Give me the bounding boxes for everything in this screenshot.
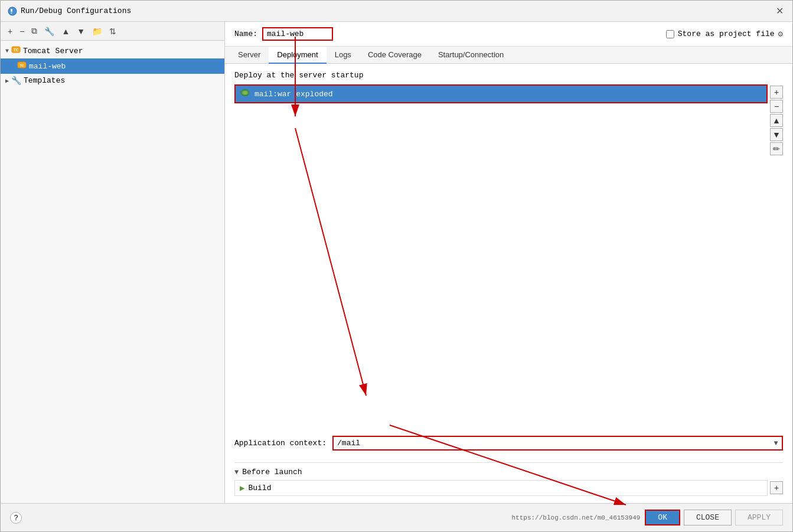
name-label: Name: bbox=[234, 30, 257, 38]
tab-logs[interactable]: Logs bbox=[327, 47, 360, 64]
templates-label: Templates bbox=[24, 76, 65, 85]
before-launch-title: Before launch bbox=[242, 468, 302, 476]
svg-point-8 bbox=[243, 91, 247, 94]
apply-button[interactable]: APPLY bbox=[735, 510, 783, 526]
tab-startup[interactable]: Startup/Connection bbox=[430, 47, 512, 64]
deploy-item-mail-war[interactable]: mail:war exploded bbox=[236, 86, 766, 102]
svg-rect-1 bbox=[11, 9, 12, 12]
templates-icon: 🔧 bbox=[11, 76, 21, 86]
before-launch-list: ▶ Build bbox=[234, 480, 768, 496]
url-text: https://blog.csdn.net/m0_46153949 bbox=[512, 514, 641, 521]
store-checkbox-row: Store as project file ⚙ bbox=[666, 29, 783, 39]
right-panel: Name: Store as project file ⚙ Server Dep… bbox=[225, 22, 792, 503]
add-config-button[interactable]: + bbox=[5, 25, 15, 37]
tab-code-coverage[interactable]: Code Coverage bbox=[360, 47, 430, 64]
tree-node-templates[interactable]: ▶ 🔧 Templates bbox=[1, 74, 224, 87]
help-button[interactable]: ? bbox=[10, 512, 22, 524]
name-input[interactable] bbox=[262, 27, 333, 41]
svg-point-2 bbox=[11, 12, 12, 14]
deploy-section-wrapper: mail:war exploded + − ▲ ▼ ✏ bbox=[234, 84, 783, 426]
sidebar: + − ⧉ 🔧 ▲ ▼ 📁 ⇅ ▼ bbox=[1, 22, 225, 503]
tomcat-icon: TC bbox=[11, 45, 21, 57]
folder-button[interactable]: 📁 bbox=[90, 25, 105, 37]
title-bar: Run/Debug Configurations ✕ bbox=[1, 1, 792, 22]
remove-config-button[interactable]: − bbox=[17, 25, 27, 37]
move-down-button[interactable]: ▼ bbox=[74, 25, 87, 37]
deploy-item-label: mail:war exploded bbox=[254, 90, 333, 99]
side-buttons: + − ▲ ▼ ✏ bbox=[770, 84, 783, 426]
templates-expand-arrow: ▶ bbox=[5, 77, 9, 84]
settings-config-button[interactable]: 🔧 bbox=[42, 25, 57, 37]
dialog-icon bbox=[8, 6, 17, 16]
ok-button[interactable]: OK bbox=[645, 510, 680, 526]
deploy-section-label: Deploy at the server startup bbox=[234, 71, 783, 80]
gear-icon[interactable]: ⚙ bbox=[778, 29, 783, 39]
build-label: Build bbox=[248, 484, 271, 492]
close-button[interactable]: ✕ bbox=[774, 5, 785, 17]
app-context-dropdown[interactable]: ▼ bbox=[770, 437, 782, 449]
dialog-title: Run/Debug Configurations bbox=[21, 6, 131, 15]
config-tree: ▼ TC Tomcat Server bbox=[1, 41, 224, 503]
deployment-content: Deploy at the server startup bbox=[225, 64, 792, 503]
move-up-button[interactable]: ▲ bbox=[59, 25, 72, 37]
deploy-move-up-button[interactable]: ▲ bbox=[770, 114, 783, 127]
before-launch-arrow: ▼ bbox=[234, 468, 239, 476]
app-context-input[interactable] bbox=[334, 437, 770, 449]
deploy-list: mail:war exploded bbox=[234, 84, 768, 103]
copy-config-button[interactable]: ⧉ bbox=[29, 25, 40, 37]
tomcat-group-label: Tomcat Server bbox=[23, 47, 83, 56]
tab-server[interactable]: Server bbox=[230, 47, 269, 64]
deploy-add-button[interactable]: + bbox=[770, 86, 783, 99]
before-launch-build: ▶ Build bbox=[235, 481, 767, 495]
deploy-edit-button[interactable]: ✏ bbox=[770, 142, 783, 155]
before-launch-side-buttons: + bbox=[770, 480, 783, 496]
deploy-item-icon bbox=[240, 88, 250, 100]
store-checkbox[interactable] bbox=[666, 30, 674, 38]
svg-text:TC: TC bbox=[14, 48, 18, 53]
sort-button[interactable]: ⇅ bbox=[107, 25, 119, 37]
svg-text:TC: TC bbox=[19, 64, 24, 68]
name-row: Name: Store as project file ⚙ bbox=[225, 22, 792, 47]
bottom-bar: ? https://blog.csdn.net/m0_46153949 OK C… bbox=[1, 503, 792, 531]
tab-deployment[interactable]: Deployment bbox=[269, 47, 326, 64]
sidebar-toolbar: + − ⧉ 🔧 ▲ ▼ 📁 ⇅ bbox=[1, 22, 224, 41]
tabs-bar: Server Deployment Logs Code Coverage Sta… bbox=[225, 47, 792, 64]
app-context-input-wrapper: ▼ bbox=[332, 436, 783, 451]
before-launch-add-button[interactable]: + bbox=[770, 481, 783, 494]
build-icon: ▶ bbox=[240, 483, 244, 493]
close-dialog-button[interactable]: CLOSE bbox=[684, 510, 732, 526]
tomcat-expand-arrow: ▼ bbox=[5, 48, 9, 54]
mail-web-label: mail-web bbox=[29, 62, 66, 71]
tree-node-mail-web[interactable]: TC mail-web bbox=[1, 58, 224, 74]
before-launch-header: ▼ Before launch bbox=[234, 468, 783, 476]
deploy-remove-button[interactable]: − bbox=[770, 100, 783, 113]
before-launch-section: ▼ Before launch ▶ Build + bbox=[234, 462, 783, 496]
store-label: Store as project file bbox=[678, 30, 775, 38]
tree-node-tomcat[interactable]: ▼ TC Tomcat Server bbox=[1, 43, 224, 58]
app-context-label: Application context: bbox=[234, 439, 327, 448]
action-buttons: OK CLOSE APPLY bbox=[645, 510, 783, 526]
mail-web-icon: TC bbox=[17, 60, 27, 72]
app-context-row: Application context: ▼ bbox=[234, 433, 783, 453]
deploy-move-down-button[interactable]: ▼ bbox=[770, 128, 783, 141]
deploy-list-wrapper: mail:war exploded bbox=[234, 84, 768, 426]
